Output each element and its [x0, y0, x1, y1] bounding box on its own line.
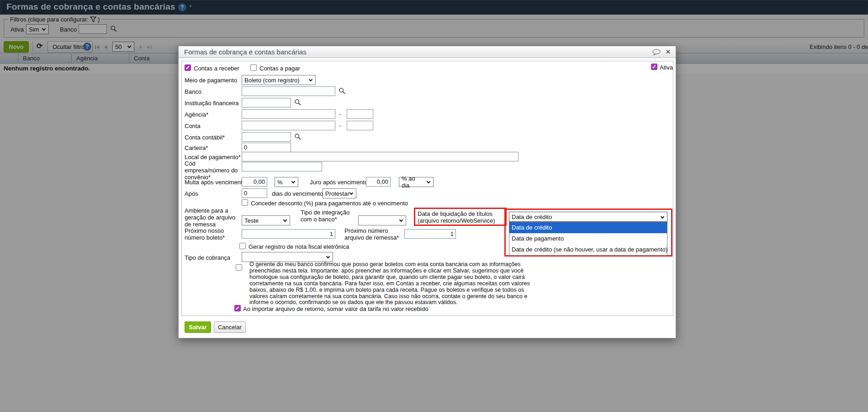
gerente-confirmacao-label: O gerente do meu banco confirmou que pos…	[249, 262, 530, 306]
app-screen: Formas de cobrança e contas bancárias ? …	[0, 0, 868, 412]
conceder-desconto-checkbox[interactable]	[242, 199, 248, 206]
proximo-boleto-input[interactable]	[242, 229, 335, 239]
dropdown-option-data-de-credito-fallback[interactable]: Data de crédito (se não houver, usar a d…	[509, 244, 667, 255]
agencia-digito-input[interactable]	[347, 109, 373, 119]
juro-input[interactable]	[366, 177, 391, 187]
data-liquidacao-select[interactable]: Data de crédito	[509, 212, 667, 222]
gerar-nf-label: Gerar registro de nota fiscal eletrônica	[249, 243, 349, 250]
gerar-nf-checkbox[interactable]	[239, 243, 246, 249]
chevron-down-icon	[661, 215, 664, 219]
chevron-down-icon	[399, 218, 403, 222]
conta-contabil-label: Conta contábil*	[185, 134, 225, 141]
conta-label: Conta	[185, 123, 201, 129]
cancel-button[interactable]: Cancelar	[214, 321, 246, 333]
importar-retorno-label: Ao importar arquivo de retorno, somar va…	[243, 305, 428, 312]
tipo-integracao-label: Tipo de integração com o banco*	[301, 209, 355, 223]
check-icon: ✓	[185, 64, 190, 71]
conta-contabil-input[interactable]	[242, 132, 291, 142]
apos-suffix-label: dias do vencimento	[272, 190, 323, 197]
agencia-input[interactable]	[242, 109, 335, 119]
proximo-remessa-label: Próximo número arquivo de remessa*	[344, 227, 399, 241]
chevron-down-icon	[283, 218, 287, 222]
close-icon[interactable]: ✕	[666, 48, 671, 55]
multa-unit-value: %	[277, 179, 283, 186]
juro-label: Juro após vencimento	[310, 179, 368, 186]
meio-pagamento-select[interactable]: Boleto (com registro)	[242, 75, 316, 85]
conceder-desconto-label: Conceder desconto (%) para pagamentos at…	[251, 200, 408, 207]
cod-empresa-input[interactable]	[242, 162, 322, 171]
chevron-down-icon	[326, 255, 330, 258]
local-pagamento-label: Local de pagamento*	[185, 154, 241, 161]
agencia-label: Agência*	[185, 111, 208, 118]
local-pagamento-input[interactable]	[242, 152, 519, 161]
contas-a-pagar-label: Contas a pagar	[259, 65, 300, 72]
conta-input[interactable]	[242, 121, 335, 130]
proximo-boleto-label: Próximo nosso número boleto*	[185, 227, 240, 241]
tipo-integracao-select[interactable]	[358, 215, 406, 225]
ambiente-remessa-select[interactable]: Teste	[242, 215, 290, 225]
conta-digit-separator: -	[339, 122, 341, 129]
tipo-cobranca-select[interactable]	[242, 252, 333, 262]
save-button[interactable]: Salvar	[185, 321, 211, 333]
juro-unit-value: % ao dia	[402, 175, 423, 189]
data-liquidacao-selected-value: Data de crédito	[512, 214, 552, 220]
chevron-down-icon	[427, 180, 430, 183]
search-icon[interactable]	[339, 87, 346, 95]
multa-label: Multa após vencimento	[185, 179, 246, 186]
chevron-down-icon	[349, 191, 353, 195]
modal-header: Formas de cobrança e contas bancárias ✕	[179, 46, 676, 58]
tipo-cobranca-label: Tipo de cobrança	[185, 254, 230, 261]
meio-pagamento-value: Boleto (com registro)	[244, 77, 300, 84]
contas-a-receber-label: Contas a receber	[194, 65, 239, 72]
multa-unit-select[interactable]: %	[275, 177, 298, 187]
apos-dias-input[interactable]	[242, 188, 267, 198]
agencia-digit-separator: -	[339, 111, 341, 118]
dropdown-option-data-de-pagamento[interactable]: Data de pagamento	[509, 233, 667, 244]
highlight-box-data-liquidacao-dropdown: Data de crédito Data de crédito Data de …	[504, 209, 672, 257]
highlight-box-data-liquidacao-label: Data de liquidação de títulos (arquivo r…	[414, 208, 507, 226]
search-icon[interactable]	[294, 133, 302, 140]
modal-dialog: Formas de cobrança e contas bancárias ✕ …	[178, 46, 676, 338]
contas-a-pagar-checkbox[interactable]	[250, 64, 257, 71]
apos-label: Após	[185, 190, 198, 197]
search-icon[interactable]	[294, 99, 302, 106]
ativa-checkbox[interactable]: ✓	[651, 64, 657, 70]
importar-retorno-checkbox[interactable]: ✓	[234, 305, 241, 311]
banco-label: Banco	[185, 88, 201, 95]
apos-acao-select[interactable]: Protestar	[323, 188, 356, 198]
meio-pagamento-label: Meio de pagamento	[185, 77, 237, 84]
comment-bubble-icon[interactable]	[652, 49, 662, 57]
ativa-label: Ativa	[660, 64, 673, 71]
gerente-confirmacao-checkbox[interactable]	[236, 264, 242, 271]
multa-input[interactable]	[242, 177, 267, 187]
conta-digito-input[interactable]	[347, 121, 373, 130]
banco-input[interactable]	[242, 86, 335, 96]
carteira-label: Carteira*	[185, 144, 208, 151]
instituicao-financeira-label: Instituição financeira	[185, 100, 239, 107]
dropdown-option-data-de-credito[interactable]: Data de crédito	[509, 222, 667, 233]
check-icon: ✓	[652, 64, 656, 70]
instituicao-financeira-input[interactable]	[242, 98, 291, 107]
data-liquidacao-label: Data de liquidação de títulos (arquivo r…	[418, 210, 505, 224]
data-liquidacao-options: Data de crédito Data de pagamento Data d…	[509, 222, 667, 256]
apos-acao-value: Protestar	[325, 190, 349, 197]
cod-empresa-label: Cód empresa/número do convênio*	[185, 160, 240, 181]
chevron-down-icon	[309, 78, 312, 81]
ambiente-remessa-label: Ambiente para a geração de arquivo de re…	[185, 207, 241, 228]
contas-a-receber-checkbox[interactable]: ✓	[185, 64, 191, 71]
check-icon: ✓	[235, 305, 240, 311]
modal-title: Formas de cobrança e contas bancárias	[184, 48, 307, 56]
chevron-down-icon	[291, 180, 295, 183]
ambiente-remessa-value: Teste	[244, 217, 259, 224]
carteira-input[interactable]	[242, 143, 291, 152]
proximo-remessa-input[interactable]	[404, 229, 456, 239]
juro-unit-select[interactable]: % ao dia	[399, 177, 434, 187]
